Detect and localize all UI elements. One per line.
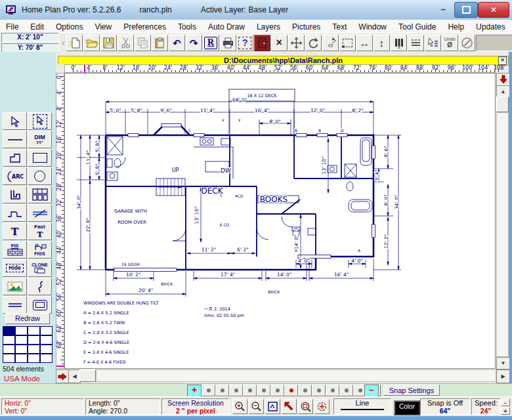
color-cell[interactable] — [40, 335, 53, 345]
zoom-out-button[interactable] — [249, 399, 264, 414]
redraw-button[interactable]: Redraw — [5, 313, 50, 324]
layer-button[interactable] — [229, 385, 243, 396]
menu-item-edit[interactable]: Edit — [24, 22, 50, 32]
layer-button[interactable] — [326, 385, 339, 396]
stretch-vertical-button[interactable]: ↕ — [373, 35, 390, 51]
zoom-in-button[interactable] — [232, 399, 247, 414]
polyline-tool[interactable] — [3, 149, 27, 167]
color-cell[interactable] — [15, 326, 28, 335]
color-cell[interactable] — [3, 345, 15, 354]
close-button[interactable]: ✕ — [478, 2, 509, 18]
color-cell-selected[interactable] — [3, 326, 15, 335]
color-cell[interactable] — [40, 354, 53, 363]
roof-step-tool[interactable] — [3, 204, 27, 222]
color-cell[interactable] — [28, 345, 40, 354]
vscroll-down-button[interactable]: ▼ — [496, 357, 510, 369]
layer-button[interactable] — [339, 385, 353, 396]
vscroll-track[interactable] — [496, 112, 509, 357]
menu-item-text[interactable]: Text — [326, 22, 352, 32]
fast-text-tool[interactable]: FastT — [28, 222, 52, 240]
rotate-45-button[interactable]: 45 — [322, 35, 339, 51]
dimension-tool[interactable]: DIM5'0" — [28, 131, 52, 148]
layer-button[interactable] — [257, 385, 270, 396]
color-button[interactable]: Color — [394, 400, 420, 415]
print-button[interactable] — [220, 35, 236, 51]
select-group-tool[interactable] — [28, 112, 52, 130]
rounded-rect-tool[interactable] — [28, 296, 52, 314]
color-cell[interactable] — [3, 354, 15, 363]
select-region-button[interactable] — [339, 35, 356, 51]
filebar-close-button[interactable]: ✕ — [498, 56, 507, 65]
menu-item-tool-guide[interactable]: Tool Guide — [393, 22, 442, 32]
hscroll-thumb[interactable] — [79, 369, 96, 382]
color-cell[interactable] — [40, 326, 53, 335]
rectangle-tool[interactable] — [28, 149, 52, 167]
rotate-button[interactable] — [305, 35, 322, 51]
drawing-canvas[interactable]: 16 X 12 DECK68' 0"5' 0"5' 8"9' 6"11' 4"1… — [64, 73, 496, 369]
undo-disabled-button[interactable]: UndoØ — [442, 35, 458, 51]
move-button[interactable] — [288, 35, 305, 51]
add-layer-button[interactable]: + — [187, 385, 202, 397]
figures-tool[interactable]: FIGS — [28, 241, 52, 259]
circle-tool[interactable] — [28, 167, 52, 185]
menu-item-layers[interactable]: Layers — [251, 22, 286, 32]
delete-button[interactable]: × — [271, 35, 288, 51]
layer-button[interactable] — [243, 385, 257, 396]
menu-item-pictures[interactable]: Pictures — [286, 22, 326, 32]
columns-button[interactable] — [391, 35, 407, 51]
color-cell[interactable] — [3, 335, 15, 345]
color-cell[interactable] — [40, 345, 53, 354]
select-tool[interactable] — [3, 112, 27, 130]
pan-down-button[interactable] — [496, 73, 510, 86]
color-cell[interactable] — [15, 354, 28, 363]
layer-button-active[interactable] — [284, 385, 298, 396]
stretch-horizontal-button[interactable]: ↔ — [356, 35, 373, 51]
layer-button[interactable] — [202, 385, 215, 396]
color-cell[interactable] — [15, 335, 28, 345]
no-draw-button[interactable] — [459, 35, 475, 51]
hscroll-right-button[interactable]: ▶ — [496, 369, 510, 383]
layer-button[interactable] — [270, 385, 284, 396]
double-line-tool[interactable] — [28, 204, 52, 222]
window-layout-tool[interactable] — [28, 186, 52, 203]
line-styles-button[interactable] — [408, 35, 424, 51]
maximize-button[interactable] — [454, 2, 478, 18]
hscroll-track[interactable] — [96, 369, 496, 382]
layer-button[interactable] — [312, 385, 326, 396]
screen-resolution-button[interactable]: R — [203, 35, 219, 51]
menu-item-window[interactable]: Window — [352, 22, 393, 32]
vscroll-thumb[interactable] — [496, 96, 509, 112]
menu-item-updates[interactable]: Updates — [470, 22, 511, 32]
color-cell[interactable] — [28, 354, 40, 363]
menu-item-preferences[interactable]: Preferences — [117, 22, 172, 32]
pan-view-button[interactable] — [314, 399, 330, 414]
new-file-button[interactable] — [66, 35, 83, 51]
picture-tool[interactable] — [3, 278, 27, 295]
previous-view-button[interactable] — [282, 399, 297, 414]
hide-tool[interactable]: Hide — [3, 259, 27, 277]
snap-settings-button[interactable]: Snap Settings — [383, 385, 440, 396]
remove-layer-button[interactable]: − — [364, 385, 379, 397]
draw-options-button[interactable] — [425, 35, 441, 51]
undo-button[interactable]: ↶ — [169, 35, 185, 51]
open-file-button[interactable] — [83, 35, 100, 51]
zoom-selection-button[interactable] — [298, 399, 313, 414]
minimize-button[interactable]: – — [432, 2, 454, 16]
redo-button[interactable]: ↷ — [186, 35, 202, 51]
layer-button[interactable] — [298, 385, 312, 396]
speed-increase-button[interactable]: + — [501, 407, 510, 415]
save-button[interactable] — [100, 35, 117, 51]
freehand-curve-tool[interactable] — [28, 278, 52, 295]
copy-button[interactable] — [135, 35, 151, 51]
snap-panel[interactable]: Snap is Off 64" — [420, 398, 470, 415]
layer-button[interactable] — [215, 385, 229, 396]
fit-window-button[interactable] — [265, 399, 280, 414]
menu-item-tools[interactable]: Tools — [172, 22, 202, 32]
cut-button[interactable] — [117, 35, 134, 51]
menu-item-view[interactable]: View — [89, 22, 117, 32]
arc-tool[interactable]: ARC — [3, 167, 27, 185]
color-cell[interactable] — [28, 335, 40, 345]
menu-item-options[interactable]: Options — [50, 22, 89, 32]
menu-item-auto-draw[interactable]: Auto Draw — [202, 22, 251, 32]
color-cell[interactable] — [15, 345, 28, 354]
